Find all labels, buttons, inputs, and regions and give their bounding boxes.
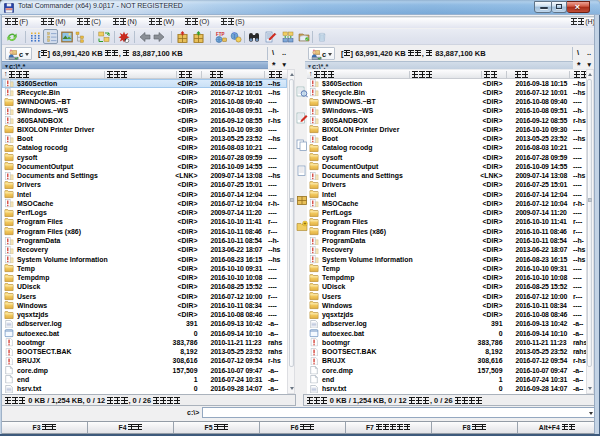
svg-text:FTP: FTP [216,32,225,37]
